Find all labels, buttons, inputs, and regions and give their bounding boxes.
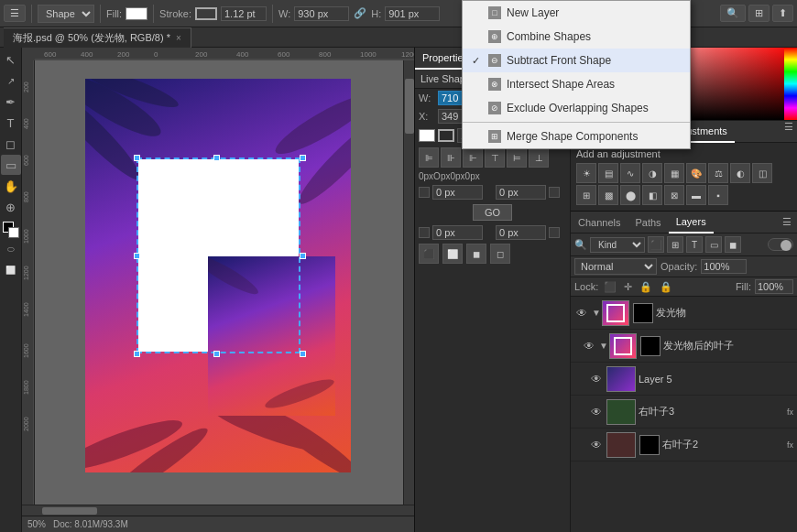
adj-photo-filter[interactable]: ◫ <box>752 163 772 183</box>
type-tool[interactable]: T <box>1 113 21 133</box>
path-icon4[interactable]: ◻ <box>490 244 510 264</box>
adj-filter-btn[interactable]: ⊞ <box>667 236 683 253</box>
corner-check4[interactable] <box>549 227 560 238</box>
layers-tab[interactable]: Layers <box>669 212 714 233</box>
layer-2-eye[interactable]: 👁 <box>582 339 596 353</box>
align-center-v[interactable]: ⊨ <box>507 147 527 168</box>
adj-brightness[interactable]: ☀ <box>576 163 596 183</box>
select-tool[interactable]: ↖ <box>1 49 21 70</box>
layer-1-eye[interactable]: 👁 <box>574 306 589 320</box>
menu-item-combine-shapes[interactable]: ⊕ Combine Shapes <box>463 25 690 49</box>
corner-input2[interactable] <box>496 185 546 200</box>
blend-mode-select[interactable]: Normal <box>574 258 657 275</box>
pen-tool[interactable]: ✒ <box>1 92 21 112</box>
adj-curves[interactable]: ∿ <box>620 163 640 183</box>
adj-levels[interactable]: ▤ <box>598 163 618 183</box>
type-filter-btn[interactable]: T <box>686 236 703 253</box>
path-icon1[interactable]: ⬛ <box>419 244 439 264</box>
horizontal-scrollbar[interactable] <box>22 505 414 516</box>
go-button[interactable]: GO <box>473 204 512 221</box>
adj-channel-mixer[interactable]: ⊞ <box>576 185 596 205</box>
rectangle-tool[interactable]: ▭ <box>1 155 21 175</box>
canvas-area[interactable] <box>35 60 403 505</box>
menu-button[interactable]: ☰ <box>4 5 26 22</box>
layer-item-2[interactable]: 👁 ▼ 发光物后的叶子 <box>571 330 797 363</box>
adj-exposure[interactable]: ◑ <box>642 163 662 183</box>
corner-check1[interactable] <box>419 187 430 198</box>
layer-item-3[interactable]: 👁 Layer 5 <box>571 363 797 396</box>
fill-swatch[interactable] <box>126 7 147 20</box>
adj-posterize[interactable]: ◧ <box>642 185 662 205</box>
zoom-tool[interactable]: ⊕ <box>1 197 21 217</box>
menu-item-merge[interactable]: ⊞ Merge Shape Components <box>463 125 690 148</box>
quick-mask-tool[interactable]: ⬭ <box>1 239 21 259</box>
adj-gradient-map[interactable]: ▬ <box>686 185 706 205</box>
stroke-swatch[interactable] <box>195 7 217 20</box>
hand-tool[interactable]: ✋ <box>1 176 21 196</box>
adj-vibrance[interactable]: ▦ <box>664 163 684 183</box>
path-icon3[interactable]: ◼ <box>466 244 486 264</box>
corner-input1[interactable] <box>432 185 483 200</box>
layer-item-4[interactable]: 👁 右叶子3 fx <box>571 396 797 429</box>
fg-bg-colors[interactable] <box>3 222 19 238</box>
fill-input[interactable] <box>755 279 793 294</box>
shape-filter-btn[interactable]: ▭ <box>705 236 722 253</box>
corner-handle-bl[interactable] <box>134 351 140 357</box>
adj-color-lookup[interactable]: ▩ <box>598 185 618 205</box>
layer-4-eye[interactable]: 👁 <box>589 405 604 419</box>
search-button[interactable]: 🔍 <box>720 5 746 22</box>
lock-pixels-btn[interactable]: ⬛ <box>602 281 618 293</box>
align-left[interactable]: ⊫ <box>419 147 439 168</box>
height-input[interactable] <box>385 6 440 21</box>
menu-item-intersect[interactable]: ⊗ Intersect Shape Areas <box>463 72 690 96</box>
corner-handle-tm[interactable] <box>213 155 220 161</box>
hue-slider[interactable] <box>784 48 797 120</box>
lock-position-btn[interactable]: ✛ <box>622 281 634 293</box>
corner-handle-ml[interactable] <box>134 253 140 259</box>
adj-invert[interactable]: ⬤ <box>620 185 640 205</box>
corner-check3[interactable] <box>419 227 430 238</box>
panel-menu-btn[interactable]: ☰ <box>781 121 797 142</box>
share-button[interactable]: ⬆ <box>772 5 793 22</box>
expand-arrow-2[interactable]: ▼ <box>599 341 606 351</box>
corner-check2[interactable] <box>549 187 560 198</box>
corner-input3[interactable] <box>432 225 483 240</box>
align-right[interactable]: ⊩ <box>463 147 483 168</box>
smart-filter-btn[interactable]: ◼ <box>725 236 741 253</box>
filter-toggle[interactable] <box>768 238 793 251</box>
h-scroll-thumb[interactable] <box>42 507 97 515</box>
tool-mode-select[interactable]: Shape <box>38 5 94 23</box>
direct-select-tool[interactable]: ↗ <box>1 71 21 91</box>
menu-item-subtract-front[interactable]: ⊖ Subtract Front Shape <box>463 49 690 72</box>
layer-item-1[interactable]: 👁 ▼ 发光物 <box>571 297 797 330</box>
vertical-scrollbar[interactable] <box>403 60 414 505</box>
stroke-width-input[interactable]: 1.12 pt <box>221 6 267 21</box>
channels-tab[interactable]: Channels <box>571 212 628 233</box>
document-tab[interactable]: 海报.psd @ 50% (发光物, RGB/8) * × <box>4 27 191 48</box>
menu-item-exclude[interactable]: ⊘ Exclude Overlapping Shapes <box>463 96 690 120</box>
lock-artboards-btn[interactable]: 🔒 <box>638 281 654 293</box>
adj-bw[interactable]: ◐ <box>730 163 750 183</box>
align-top[interactable]: ⊤ <box>485 147 505 168</box>
align-center-h[interactable]: ⊪ <box>441 147 461 168</box>
layer-item-5[interactable]: 👁 右叶子2 fx <box>571 429 797 461</box>
stroke-box[interactable] <box>438 129 454 142</box>
expand-arrow-1[interactable]: ▼ <box>592 308 599 318</box>
tab-close-btn[interactable]: × <box>176 33 181 43</box>
corner-handle-mr[interactable] <box>300 253 306 259</box>
align-bottom[interactable]: ⊥ <box>529 147 549 168</box>
adj-threshold[interactable]: ⊠ <box>664 185 684 205</box>
layer-3-eye[interactable]: 👁 <box>589 372 604 386</box>
adj-color-balance[interactable]: ⚖ <box>708 163 728 183</box>
path-select-tool[interactable]: ◻ <box>1 134 21 154</box>
corner-handle-tr[interactable] <box>300 155 306 161</box>
screen-mode-btn[interactable]: ⬜ <box>1 260 21 280</box>
v-scroll-thumb[interactable] <box>405 79 414 134</box>
paths-tab[interactable]: Paths <box>628 212 668 233</box>
lock-all-btn[interactable]: 🔒 <box>658 281 674 293</box>
layer-5-eye[interactable]: 👁 <box>589 438 604 452</box>
corner-input4[interactable] <box>496 225 546 240</box>
menu-item-new-layer[interactable]: □ New Layer <box>463 1 690 25</box>
corner-handle-tl[interactable] <box>134 155 140 161</box>
path-icon2[interactable]: ⬜ <box>442 244 463 264</box>
